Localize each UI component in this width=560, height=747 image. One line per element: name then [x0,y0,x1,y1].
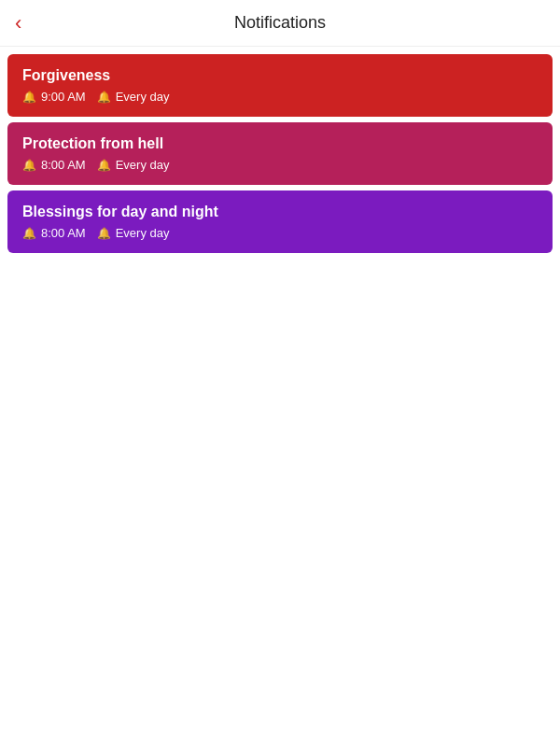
notification-time-blessings: 🔔8:00 AM [22,226,86,240]
bell-icon: 🔔 [22,91,36,104]
frequency-label: Every day [116,158,170,172]
bell-icon: 🔔 [97,91,111,104]
frequency-label: Every day [116,90,170,104]
notification-frequency-forgiveness: 🔔Every day [97,90,170,104]
notification-card-blessings[interactable]: Blessings for day and night🔔8:00 AM🔔Ever… [7,190,553,253]
page-title: Notifications [234,13,326,33]
bell-icon: 🔔 [22,159,36,172]
header: ‹ Notifications [0,0,560,47]
notification-title-blessings: Blessings for day and night [22,204,538,220]
notification-frequency-blessings: 🔔Every day [97,226,170,240]
notification-time-protection: 🔔8:00 AM [22,158,86,172]
notification-title-protection: Protection from hell [22,135,538,152]
time-label: 8:00 AM [41,158,86,172]
bell-icon: 🔔 [22,227,36,240]
bell-icon: 🔔 [97,159,111,172]
notification-meta-blessings: 🔔8:00 AM🔔Every day [22,226,538,240]
notification-time-forgiveness: 🔔9:00 AM [22,90,86,104]
back-button[interactable]: ‹ [15,13,21,34]
time-label: 8:00 AM [41,226,86,240]
frequency-label: Every day [116,226,170,240]
time-label: 9:00 AM [41,90,86,104]
notification-frequency-protection: 🔔Every day [97,158,170,172]
bell-icon: 🔔 [97,227,111,240]
notification-card-protection[interactable]: Protection from hell🔔8:00 AM🔔Every day [7,122,553,185]
notification-meta-forgiveness: 🔔9:00 AM🔔Every day [22,90,538,104]
notifications-list: Forgiveness🔔9:00 AM🔔Every dayProtection … [0,47,560,261]
notification-title-forgiveness: Forgiveness [22,67,538,84]
notification-meta-protection: 🔔8:00 AM🔔Every day [22,158,538,172]
notification-card-forgiveness[interactable]: Forgiveness🔔9:00 AM🔔Every day [7,54,553,117]
